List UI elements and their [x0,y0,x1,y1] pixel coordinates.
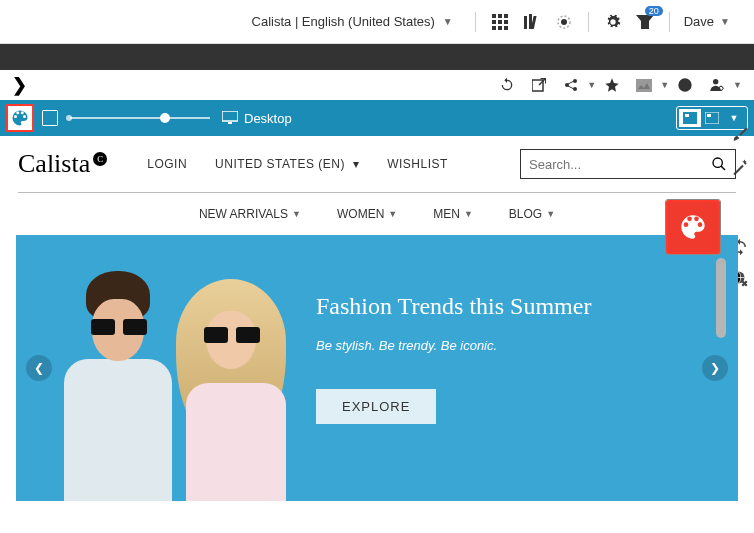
chevron-down-icon[interactable]: ▼ [443,16,453,27]
svg-rect-6 [492,26,496,30]
cat-new-arrivals[interactable]: NEW ARRIVALS ▼ [199,207,301,221]
hero-image [16,235,316,501]
hero-subtitle: Be stylish. Be trendy. Be iconic. [316,338,718,353]
divider [669,12,670,32]
svg-point-19 [713,79,718,84]
user-name-label[interactable]: Dave [684,14,714,29]
logo-badge: C [93,152,107,166]
slider-thumb[interactable] [160,113,170,123]
view-mode-a[interactable] [679,109,701,127]
viewport-label: Desktop [244,111,292,126]
svg-rect-0 [492,14,496,18]
viewport-slider[interactable] [70,117,210,119]
svg-rect-3 [492,20,496,24]
image-icon[interactable] [632,73,656,97]
search-input[interactable] [529,157,711,172]
svg-rect-4 [498,20,502,24]
notification-badge: 20 [645,6,663,16]
star-icon[interactable] [600,73,624,97]
nav-locale[interactable]: UNITED STATES (EN) ▾ [215,157,359,171]
slider-start [66,115,72,121]
svg-rect-26 [707,114,711,117]
external-link-icon[interactable] [527,73,551,97]
svg-rect-23 [683,112,697,124]
svg-rect-22 [228,122,232,124]
nav-login[interactable]: LOGIN [147,157,187,171]
gear-icon[interactable] [601,10,625,34]
svg-rect-18 [636,79,652,92]
cat-blog[interactable]: BLOG ▼ [509,207,555,221]
share-icon[interactable] [559,73,583,97]
chevron-down-icon[interactable]: ▼ [720,16,730,27]
palette-tool-button[interactable] [6,104,34,132]
refresh-icon[interactable] [495,73,519,97]
dark-band [0,44,754,70]
apps-grid-icon[interactable] [488,10,512,34]
nav-wishlist[interactable]: WISHLIST [387,157,448,171]
explore-button[interactable]: EXPLORE [316,389,436,424]
search-box[interactable] [520,149,736,179]
svg-rect-9 [524,16,527,29]
view-mode-b[interactable] [701,109,723,127]
cat-men[interactable]: MEN ▼ [433,207,473,221]
svg-rect-21 [222,111,238,121]
library-icon[interactable] [520,10,544,34]
target-icon[interactable] [552,10,576,34]
search-icon[interactable] [711,156,727,172]
svg-point-12 [561,19,567,25]
hero-title: Fashion Trends this Summer [316,293,718,320]
desktop-icon [222,111,238,125]
pie-chart-icon[interactable] [673,73,697,97]
logo[interactable]: CalistaC [18,149,107,179]
carousel-prev[interactable]: ❮ [26,355,52,381]
carousel-next[interactable]: ❯ [702,355,728,381]
hero-banner: Fashion Trends this Summer Be stylish. B… [16,235,738,501]
chevron-down-icon[interactable]: ▼ [733,80,742,90]
scrollbar-thumb[interactable] [716,258,726,338]
inbox-icon[interactable]: 20 [633,10,657,34]
svg-rect-1 [498,14,502,18]
svg-rect-7 [498,26,502,30]
divider [588,12,589,32]
svg-rect-8 [504,26,508,30]
svg-rect-25 [705,112,719,124]
palette-overlay-button[interactable] [666,200,720,254]
svg-rect-5 [504,20,508,24]
cat-women[interactable]: WOMEN ▼ [337,207,397,221]
chevron-down-icon[interactable]: ▼ [587,80,596,90]
chevron-down-icon[interactable]: ▼ [660,80,669,90]
svg-rect-2 [504,14,508,18]
site-locale-label[interactable]: Calista | English (United States) [252,14,435,29]
svg-point-28 [713,158,722,167]
viewport-outline-icon[interactable] [42,110,58,126]
expand-arrow[interactable]: ❯ [12,74,27,96]
svg-rect-24 [685,114,689,117]
user-settings-icon[interactable] [705,73,729,97]
divider [475,12,476,32]
